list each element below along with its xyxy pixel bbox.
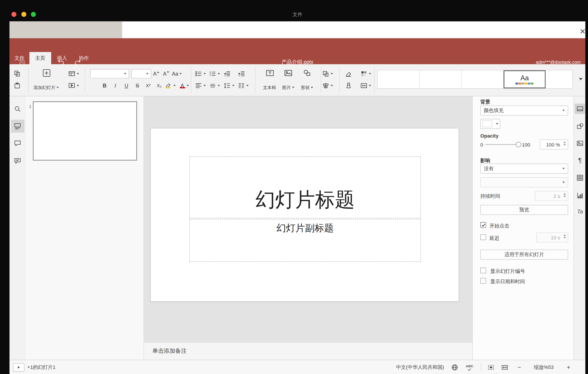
delay-label: 延迟 [490, 235, 499, 242]
tab-home[interactable]: 主页 [30, 52, 51, 64]
opacity-slider-track[interactable] [485, 144, 517, 145]
expand-gallery-button[interactable] [576, 74, 585, 84]
notes-area[interactable]: 单击添加备注 [144, 342, 472, 360]
table-settings-tab[interactable] [576, 174, 584, 182]
slide-thumbnail-1[interactable] [33, 101, 137, 161]
font-size-combo[interactable] [131, 69, 151, 78]
insert-textbox-label[interactable]: 文本框 [261, 83, 279, 92]
spinner-arrows-icon[interactable] [564, 193, 566, 197]
bold-button[interactable]: B [100, 81, 109, 91]
italic-button[interactable]: I [110, 81, 120, 91]
chart-settings-tab[interactable] [576, 191, 584, 199]
align-text-button[interactable] [193, 81, 207, 91]
show-date-time-checkbox[interactable] [480, 278, 486, 284]
fit-slide-button[interactable] [487, 363, 495, 371]
shape-settings-tab[interactable] [576, 122, 584, 130]
show-slide-number-checkbox[interactable] [480, 267, 486, 273]
editing-canvas[interactable]: 幻灯片标题 幻灯片副标题 [144, 96, 472, 342]
image-settings-tab[interactable] [576, 140, 584, 147]
decrease-indent-button[interactable] [222, 69, 232, 79]
insert-image-button[interactable] [283, 68, 293, 78]
effect-variant-select[interactable] [480, 177, 568, 187]
start-on-click-checkbox[interactable] [480, 222, 486, 228]
spell-check-button[interactable]: ABC [465, 363, 474, 372]
font-name-combo[interactable] [90, 69, 129, 78]
fill-color-picker[interactable] [480, 119, 500, 129]
language-selector[interactable]: 中文(中华人民共和国) [376, 364, 444, 371]
add-slide-button[interactable] [42, 68, 51, 78]
preview-button[interactable]: 预览 [480, 205, 568, 215]
opacity-slider-knob[interactable] [516, 142, 521, 147]
numbered-list-button[interactable] [207, 69, 221, 79]
zoom-value[interactable]: 缩放%53 [530, 364, 557, 371]
fill-type-select[interactable]: 颜色填充 [480, 106, 568, 115]
align-shapes-button[interactable] [320, 81, 334, 91]
theme-thumbnail[interactable] [378, 70, 420, 88]
font-color-button[interactable]: A [177, 81, 191, 91]
document-language-button[interactable] [451, 363, 458, 371]
color-scheme-button[interactable] [358, 69, 372, 79]
insert-textbox-button[interactable] [265, 68, 275, 78]
spinner-arrows-icon[interactable] [564, 141, 566, 146]
start-slideshow-button[interactable] [66, 81, 80, 91]
start-slideshow-status-button[interactable] [13, 363, 24, 372]
insert-shape-label[interactable]: 形状 [298, 83, 316, 92]
chevron-down-icon[interactable] [28, 367, 30, 368]
chevron-down-icon [77, 85, 79, 86]
theme-thumbnail-selected[interactable]: Aa [504, 70, 546, 88]
bullets-button[interactable] [193, 69, 207, 79]
increase-font-button[interactable]: A [151, 69, 161, 79]
delay-checkbox[interactable] [480, 234, 486, 240]
theme-thumbnail[interactable] [420, 70, 462, 88]
duration-input[interactable]: 2 s [535, 191, 568, 201]
opacity-input[interactable]: 100 % [540, 140, 568, 149]
zoom-out-button[interactable]: − [515, 363, 523, 372]
slide-1[interactable]: 幻灯片标题 幻灯片副标题 [150, 128, 459, 302]
fit-width-button[interactable] [501, 363, 508, 371]
textart-settings-tab[interactable]: Ta [576, 208, 584, 215]
line-spacing-icon [223, 82, 231, 89]
effect-value: 没有 [484, 165, 494, 172]
tab-collaboration[interactable]: 协作 [73, 52, 94, 64]
delay-input[interactable]: 10 s [536, 232, 568, 242]
slides-panel-button[interactable] [14, 122, 21, 130]
theme-thumbnail[interactable] [462, 70, 504, 88]
clear-style-button[interactable] [344, 69, 353, 79]
strikethrough-button[interactable]: S [133, 81, 142, 91]
underline-button[interactable]: U [121, 81, 131, 91]
textbox-icon [265, 68, 274, 78]
comments-panel-button[interactable] [14, 140, 21, 147]
paste-button[interactable] [12, 81, 22, 91]
effect-select[interactable]: 没有 [480, 164, 568, 173]
chat-panel-button[interactable] [14, 157, 21, 165]
increase-indent-button[interactable] [237, 69, 247, 79]
paragraph-settings-tab[interactable]: ¶ [576, 157, 584, 165]
slide-settings-tab[interactable] [576, 105, 584, 113]
tab-file[interactable]: 文件 [10, 52, 30, 64]
spinner-arrows-icon[interactable] [564, 234, 566, 239]
tab-insert[interactable]: 插入 [51, 52, 73, 64]
zoom-in-button[interactable]: + [565, 363, 572, 372]
slide-size-button[interactable] [358, 81, 372, 91]
decrease-font-button[interactable]: A [161, 69, 171, 79]
change-case-button[interactable]: Aa [170, 69, 184, 79]
insert-image-label[interactable]: 图片 [279, 83, 297, 92]
change-layout-button[interactable] [66, 69, 80, 79]
slide-title-placeholder[interactable]: 幻灯片标题 [189, 156, 421, 218]
copy-button[interactable] [12, 69, 22, 79]
outdent-icon [223, 70, 231, 78]
search-button[interactable] [14, 105, 21, 113]
columns-button[interactable] [236, 81, 250, 91]
vertical-align-button[interactable] [207, 81, 221, 91]
apply-to-all-slides-button[interactable]: 适用于所有幻灯片 [480, 250, 568, 259]
subscript-button[interactable]: X₂ [154, 81, 164, 91]
close-preview-button[interactable] [578, 27, 587, 35]
add-slide-label[interactable]: 添加幻灯片 [31, 83, 62, 92]
copy-style-button[interactable] [344, 81, 353, 91]
line-spacing-button[interactable] [222, 81, 236, 91]
insert-shape-button[interactable] [302, 68, 312, 78]
arrange-shapes-button[interactable] [320, 69, 334, 79]
highlight-color-button[interactable] [163, 81, 177, 91]
superscript-button[interactable]: X² [143, 81, 153, 91]
slide-subtitle-placeholder[interactable]: 幻灯片副标题 [189, 219, 421, 262]
